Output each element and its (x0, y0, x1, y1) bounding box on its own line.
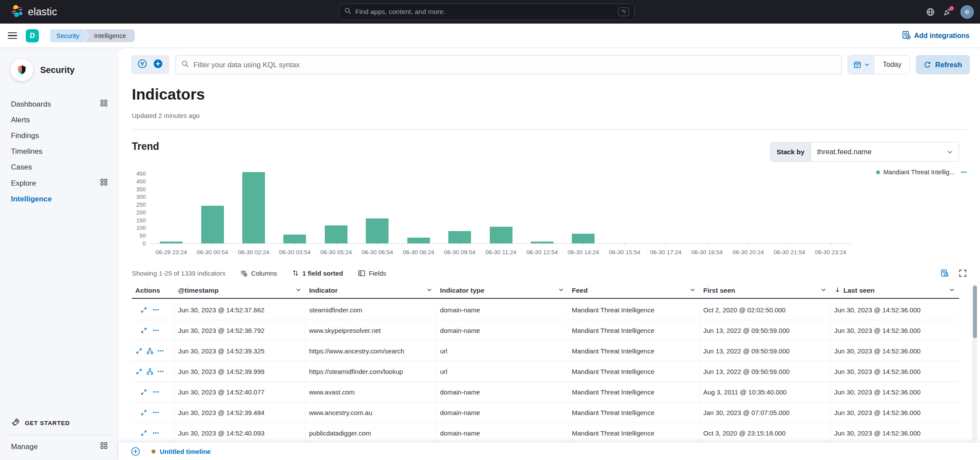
grid-icon (100, 100, 107, 109)
cell-last-seen: Jun 30, 2023 @ 14:52:36.000 (831, 382, 959, 402)
column-header-firstseen[interactable]: First seen (700, 283, 831, 298)
expand-row-icon[interactable] (136, 348, 142, 354)
grid-icon (100, 179, 107, 188)
cell-feed: Mandiant Threat Intelligence (568, 423, 700, 443)
add-timeline-icon[interactable] (131, 447, 140, 456)
cell-first-seen: Jun 13, 2022 @ 09:50:59.000 (700, 320, 831, 340)
elastic-brand[interactable]: elastic (10, 4, 57, 19)
column-header-lastseen[interactable]: Last seen (831, 283, 959, 298)
global-search-input[interactable]: Find apps, content, and more. ^/ (339, 3, 635, 20)
chevron-down-icon[interactable] (690, 287, 695, 294)
scrollbar-thumb[interactable] (973, 286, 977, 338)
more-actions-icon[interactable] (158, 348, 164, 354)
table-row: Jun 30, 2023 @ 14:52:40.093publicdatadig… (132, 423, 959, 443)
integrations-icon (902, 31, 911, 41)
bar-06-30-00-54[interactable] (201, 206, 224, 243)
sidebar-item-label: Alerts (11, 116, 30, 125)
sort-fields-button[interactable]: 1 field sorted (292, 270, 343, 277)
expand-row-icon[interactable] (141, 327, 147, 334)
cell-type: domain-name (437, 382, 568, 402)
search-shortcut-hint: ^/ (618, 7, 629, 16)
add-filter-icon[interactable] (153, 59, 163, 70)
column-header-indicator[interactable]: Indicator (306, 283, 437, 298)
expand-row-icon[interactable] (141, 430, 147, 436)
network-graph-icon[interactable] (147, 348, 153, 354)
bar-06-30-11-24[interactable] (490, 227, 512, 243)
user-avatar[interactable]: e (960, 5, 974, 19)
chevron-down-icon (946, 149, 959, 156)
sidebar-item-cases[interactable]: Cases (0, 159, 119, 175)
kql-placeholder: Filter your data using KQL syntax (193, 61, 299, 69)
y-axis-tick-label: 50 (122, 232, 146, 239)
bar-06-30-08-24[interactable] (407, 238, 430, 243)
expand-row-icon[interactable] (141, 389, 147, 395)
sidebar-item-manage[interactable]: Manage (0, 435, 119, 460)
menu-icon[interactable] (8, 32, 17, 39)
sidebar-item-explore[interactable]: Explore (0, 175, 119, 191)
sidebar-item-alerts[interactable]: Alerts (0, 112, 119, 128)
chevron-down-icon[interactable] (558, 287, 564, 294)
bar-06-30-02-24[interactable] (242, 172, 265, 243)
sidebar-item-intelligence[interactable]: Intelligence (0, 191, 119, 207)
query-menu-group (131, 55, 169, 74)
refresh-button[interactable]: Refresh (916, 55, 970, 74)
cell-indicator: https://www.ancestry.com/search (306, 341, 437, 361)
column-header-feed[interactable]: Feed (568, 283, 700, 298)
more-actions-icon[interactable] (153, 327, 159, 333)
cell-timestamp: Jun 30, 2023 @ 14:52:38.792 (175, 320, 306, 340)
saved-query-icon[interactable] (138, 59, 147, 70)
bar-06-30-06-54[interactable] (366, 218, 389, 243)
chevron-down-icon[interactable] (296, 287, 301, 294)
y-axis-tick-label: 100 (122, 225, 146, 231)
stack-by-select[interactable]: Stack by threat.feed.name (770, 142, 959, 162)
chevron-down-icon[interactable] (949, 287, 955, 294)
more-actions-icon[interactable] (153, 389, 159, 395)
manage-label: Manage (11, 443, 38, 451)
more-actions-icon[interactable] (153, 430, 159, 436)
cell-indicator: publicdatadigger.com (306, 423, 437, 443)
y-axis-tick-label: 200 (122, 209, 146, 216)
cell-last-seen: Jun 30, 2023 @ 14:52:36.000 (831, 402, 959, 422)
trend-bar-chart: 05010015020025030035040045006-29 23:2406… (119, 170, 980, 258)
chevron-down-icon[interactable] (821, 287, 826, 294)
sidebar-item-timelines[interactable]: Timelines (0, 144, 119, 159)
chevron-down-icon[interactable] (426, 287, 432, 294)
bar-06-30-14-24[interactable] (572, 234, 595, 243)
inspect-icon[interactable] (941, 269, 949, 277)
more-actions-icon[interactable] (153, 307, 159, 313)
date-quick-select-button[interactable] (848, 55, 875, 74)
cell-indicator: https://steamidfinder.com/lookup (306, 361, 437, 381)
vertical-scrollbar[interactable] (972, 284, 977, 440)
network-graph-icon[interactable] (147, 368, 153, 375)
x-axis-tick (666, 243, 666, 246)
sidebar-item-get-started[interactable]: GET STARTED (0, 412, 119, 435)
global-header: elastic Find apps, content, and more. ^/… (0, 0, 980, 24)
cell-type: domain-name (437, 300, 568, 320)
sidebar-item-label: Explore (11, 179, 36, 188)
date-range-button[interactable]: Today (875, 55, 909, 74)
newsfeed-icon[interactable] (943, 8, 952, 16)
sidebar-item-findings[interactable]: Findings (0, 128, 119, 144)
more-actions-icon[interactable] (153, 409, 159, 415)
column-header-indicatortype[interactable]: Indicator type (437, 283, 568, 298)
help-icon[interactable] (926, 8, 935, 16)
x-axis-tick (295, 243, 295, 246)
fields-button[interactable]: Fields (358, 270, 386, 277)
bar-06-30-03-54[interactable] (283, 235, 306, 243)
more-actions-icon[interactable] (158, 368, 164, 374)
bar-06-30-09-54[interactable] (448, 231, 471, 243)
bar-06-30-05-24[interactable] (325, 225, 347, 243)
expand-row-icon[interactable] (141, 409, 147, 416)
breadcrumb-security[interactable]: Security (50, 29, 89, 42)
sidebar-item-dashboards[interactable]: Dashboards (0, 96, 119, 112)
fullscreen-icon[interactable] (959, 269, 967, 277)
space-badge[interactable]: D (26, 29, 39, 42)
expand-row-icon[interactable] (141, 307, 147, 313)
kql-filter-input[interactable]: Filter your data using KQL syntax (175, 55, 842, 74)
column-header-timestamp[interactable]: @timestamp (175, 283, 306, 298)
columns-button[interactable]: Columns (240, 270, 277, 277)
untitled-timeline-link[interactable]: Untitled timeline (160, 448, 211, 455)
expand-row-icon[interactable] (136, 368, 142, 375)
add-integrations-button[interactable]: Add integrations (902, 31, 970, 41)
date-picker: Today (848, 55, 910, 74)
